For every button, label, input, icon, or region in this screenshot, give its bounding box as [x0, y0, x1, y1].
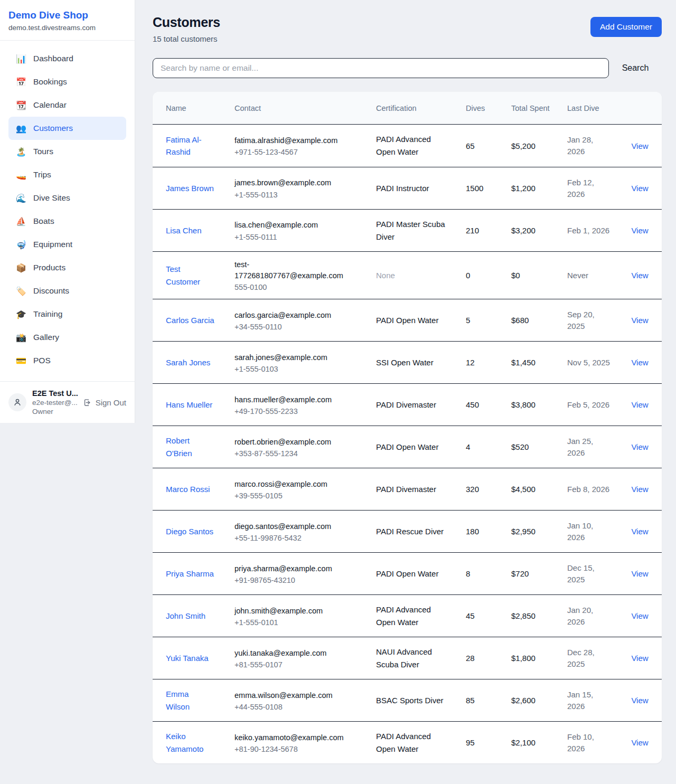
table-row: James Brown james.brown@example.com +1-5…: [153, 167, 662, 209]
customer-name-link[interactable]: Yuki Tanaka: [166, 654, 209, 663]
customer-name-link[interactable]: Marco Rossi: [166, 485, 210, 494]
customer-phone: +55-11-99876-5432: [234, 534, 350, 542]
sign-out-button[interactable]: Sign Out: [83, 398, 126, 407]
customer-certification: PADI Advanced Open Water: [371, 596, 461, 636]
sidebar-item-training[interactable]: 🎓 Training: [8, 303, 126, 326]
sidebar-item-equipment[interactable]: 🤿 Equipment: [8, 233, 126, 256]
view-link[interactable]: View: [631, 358, 648, 367]
customer-name-link[interactable]: Robert O'Brien: [166, 436, 192, 457]
island-icon: 🏝️: [16, 147, 26, 157]
customers-table: Name Contact Certification Dives Total S…: [153, 92, 662, 763]
shop-domain: demo.test.divestreams.com: [8, 24, 126, 32]
view-link[interactable]: View: [631, 184, 648, 193]
sidebar-item-label: POS: [33, 356, 51, 365]
customer-phone: +49-170-555-2233: [234, 407, 350, 415]
sidebar-item-label: Bookings: [33, 77, 67, 87]
search-button[interactable]: Search: [609, 63, 662, 73]
customer-last-dive: Jan 25, 2026: [562, 428, 618, 466]
customer-name-link[interactable]: Fatima Al-Rashid: [166, 135, 202, 156]
shop-name: Demo Dive Shop: [8, 10, 126, 21]
view-link[interactable]: View: [631, 226, 648, 235]
view-link[interactable]: View: [631, 527, 648, 536]
view-link[interactable]: View: [631, 442, 648, 451]
customer-dives: 1500: [461, 176, 506, 200]
sidebar-item-label: Gallery: [33, 333, 59, 342]
customer-phone: +1-555-0111: [234, 233, 350, 241]
customer-phone: +1-555-0103: [234, 365, 350, 373]
customer-total-spent: $2,600: [506, 688, 562, 712]
sidebar-item-label: Products: [33, 263, 65, 272]
customer-certification: PADI Divemaster: [371, 476, 461, 503]
customer-last-dive: Jan 20, 2026: [562, 597, 618, 635]
table-row: Fatima Al-Rashid fatima.alrashid@example…: [153, 125, 662, 167]
customer-name-link[interactable]: Emma Wilson: [166, 689, 190, 711]
sidebar-item-gallery[interactable]: 📸 Gallery: [8, 326, 126, 349]
customer-phone: +44-555-0108: [234, 703, 350, 711]
customer-name-link[interactable]: Carlos Garcia: [166, 316, 214, 325]
sidebar-item-trips[interactable]: 🚤 Trips: [8, 163, 126, 186]
customer-name-link[interactable]: Sarah Jones: [166, 358, 210, 367]
customer-dives: 65: [461, 134, 506, 158]
customer-phone: +81-555-0107: [234, 660, 350, 669]
column-header-actions: [618, 103, 662, 114]
sidebar-item-tours[interactable]: 🏝️ Tours: [8, 140, 126, 163]
customer-email: john.smith@example.com: [234, 606, 350, 617]
view-link[interactable]: View: [631, 271, 648, 280]
customer-name-link[interactable]: Keiko Yamamoto: [166, 732, 203, 753]
customer-certification: BSAC Sports Diver: [371, 687, 461, 714]
view-link[interactable]: View: [631, 611, 648, 620]
view-link[interactable]: View: [631, 738, 648, 747]
customer-name-link[interactable]: John Smith: [166, 611, 205, 620]
sidebar-item-pos[interactable]: 💳 POS: [8, 349, 126, 372]
sidebar-item-label: Dive Sites: [33, 193, 70, 203]
customer-total-spent: $2,100: [506, 731, 562, 754]
add-customer-button[interactable]: Add Customer: [590, 17, 662, 37]
customer-email: diego.santos@example.com: [234, 521, 350, 532]
package-icon: 📦: [16, 263, 26, 273]
customer-total-spent: $0: [506, 263, 562, 287]
sidebar-item-label: Trips: [33, 170, 51, 180]
sidebar-item-dive-sites[interactable]: 🌊 Dive Sites: [8, 186, 126, 210]
view-link[interactable]: View: [631, 400, 648, 409]
customer-last-dive: Jan 10, 2026: [562, 513, 618, 551]
avatar: [8, 393, 26, 411]
table-body: Fatima Al-Rashid fatima.alrashid@example…: [153, 125, 662, 763]
tag-icon: 🏷️: [16, 286, 26, 296]
customer-dives: 5: [461, 308, 506, 332]
table-row: Priya Sharma priya.sharma@example.com +9…: [153, 552, 662, 594]
view-link[interactable]: View: [631, 141, 648, 150]
search-input[interactable]: [153, 58, 609, 78]
customer-dives: 180: [461, 519, 506, 543]
view-link[interactable]: View: [631, 569, 648, 578]
table-row: Carlos Garcia carlos.garcia@example.com …: [153, 299, 662, 341]
sidebar-item-boats[interactable]: ⛵ Boats: [8, 210, 126, 233]
sidebar-item-label: Customers: [33, 124, 73, 133]
sidebar-item-label: Calendar: [33, 100, 67, 110]
table-row: Robert O'Brien robert.obrien@example.com…: [153, 426, 662, 468]
total-customers-count: 15 total customers: [153, 34, 220, 43]
view-link[interactable]: View: [631, 654, 648, 663]
customer-name-link[interactable]: Test Customer: [166, 265, 200, 286]
customer-name-link[interactable]: Hans Mueller: [166, 400, 212, 409]
customer-name-link[interactable]: Diego Santos: [166, 527, 213, 536]
sidebar-item-dashboard[interactable]: 📊 Dashboard: [8, 47, 126, 70]
sidebar-item-calendar[interactable]: 📆 Calendar: [8, 93, 126, 117]
customer-name-link[interactable]: James Brown: [166, 184, 214, 193]
sidebar-item-discounts[interactable]: 🏷️ Discounts: [8, 279, 126, 303]
sidebar-item-label: Dashboard: [33, 54, 73, 63]
sidebar-item-customers[interactable]: 👥 Customers: [8, 117, 126, 140]
sidebar-item-label: Boats: [33, 216, 54, 226]
view-link[interactable]: View: [631, 696, 648, 705]
sidebar-item-bookings[interactable]: 📅 Bookings: [8, 70, 126, 93]
customer-certification: PADI Rescue Diver: [371, 518, 461, 545]
customer-certification: PADI Advanced Open Water: [371, 126, 461, 166]
customer-dives: 320: [461, 477, 506, 501]
customer-name-link[interactable]: Priya Sharma: [166, 569, 214, 578]
customer-dives: 210: [461, 219, 506, 242]
customer-dives: 4: [461, 435, 506, 459]
customer-name-link[interactable]: Lisa Chen: [166, 226, 202, 235]
sidebar-item-products[interactable]: 📦 Products: [8, 256, 126, 279]
customer-dives: 8: [461, 562, 506, 585]
view-link[interactable]: View: [631, 485, 648, 494]
view-link[interactable]: View: [631, 316, 648, 325]
